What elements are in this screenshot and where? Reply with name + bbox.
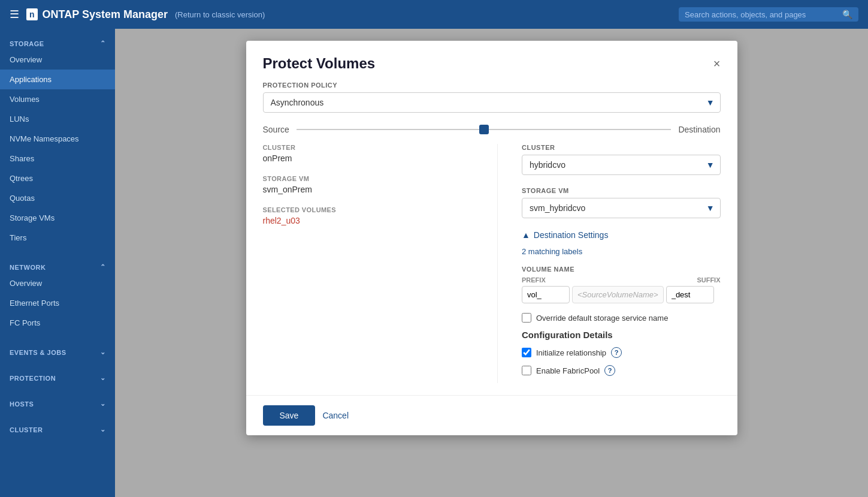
fabricpool-help-icon[interactable]: ? <box>604 365 615 376</box>
dest-cluster-select[interactable]: hybridcvoonPrem <box>522 155 721 175</box>
sidebar-item-applications[interactable]: Applications <box>0 70 115 89</box>
sidebar-header-hosts[interactable]: HOSTS ⌄ <box>0 394 115 410</box>
source-cluster-row: CLUSTER onPrem <box>263 144 462 163</box>
volume-name-section: VOLUME NAME PREFIX SUFFIX <SourceVolumeN… <box>522 266 721 303</box>
source-label: Source <box>263 125 289 134</box>
source-column: CLUSTER onPrem STORAGE VM svm_onPrem SEL… <box>263 144 498 383</box>
source-dest-line <box>297 129 672 130</box>
search-icon: 🔍 <box>842 10 852 19</box>
search-input[interactable] <box>685 10 837 19</box>
modal-header: Protect Volumes × <box>246 41 737 82</box>
sidebar-item-nvme[interactable]: NVMe Namespaces <box>0 129 115 149</box>
protect-volumes-modal: Protect Volumes × PROTECTION POLICY Asyn… <box>246 41 737 435</box>
source-volumes-label: SELECTED VOLUMES <box>263 206 462 213</box>
protection-policy-row: PROTECTION POLICY AsynchronousSynchronou… <box>263 82 721 113</box>
init-relationship-help-icon[interactable]: ? <box>611 347 622 358</box>
sidebar-section-network: NETWORK ⌃ Overview Ethernet Ports FC Por… <box>0 252 115 338</box>
dest-storage-vm-select[interactable]: svm_hybridcvosvm_onPrem <box>522 198 721 218</box>
protection-policy-select[interactable]: AsynchronousSynchronous <box>263 92 721 113</box>
volume-prefix-input[interactable] <box>522 286 570 303</box>
override-checkbox-row: Override default storage service name <box>522 313 721 323</box>
fabricpool-label: Enable FabricPool <box>536 366 600 375</box>
modal-body: PROTECTION POLICY AsynchronousSynchronou… <box>246 82 737 395</box>
logo: n ONTAP System Manager (Return to classi… <box>26 8 265 21</box>
sidebar-item-volumes[interactable]: Volumes <box>0 89 115 109</box>
suffix-label: SUFFIX <box>697 276 720 284</box>
sidebar-item-overview[interactable]: Overview <box>0 50 115 70</box>
sidebar: STORAGE ⌃ Overview Applications Volumes … <box>0 29 115 497</box>
sidebar-header-storage[interactable]: STORAGE ⌃ <box>0 34 115 50</box>
dest-cluster-label: CLUSTER <box>522 144 721 151</box>
protection-policy-label: PROTECTION POLICY <box>263 82 721 89</box>
override-checkbox-label: Override default storage service name <box>536 314 668 323</box>
init-relationship-label: Initialize relationship <box>536 348 606 357</box>
dest-cluster-select-wrapper: hybridcvoonPrem ▼ <box>522 155 721 175</box>
sidebar-header-protection[interactable]: PROTECTION ⌄ <box>0 368 115 384</box>
sidebar-item-quotas[interactable]: Quotas <box>0 188 115 208</box>
sidebar-section-protection: PROTECTION ⌄ <box>0 363 115 389</box>
modal-overlay: Protect Volumes × PROTECTION POLICY Asyn… <box>115 29 868 497</box>
dest-storage-vm-select-wrapper: svm_hybridcvosvm_onPrem ▼ <box>522 198 721 218</box>
protection-policy-select-wrapper: AsynchronousSynchronous ▼ <box>263 92 721 113</box>
volume-suffix-input[interactable] <box>666 286 714 303</box>
sidebar-section-storage: STORAGE ⌃ Overview Applications Volumes … <box>0 29 115 252</box>
matching-labels[interactable]: 2 matching labels <box>522 247 721 256</box>
volume-name-label: VOLUME NAME <box>522 266 721 273</box>
prefix-suffix-row: <SourceVolumeName> <box>522 286 721 303</box>
sidebar-section-hosts: HOSTS ⌄ <box>0 389 115 415</box>
sidebar-item-net-overview[interactable]: Overview <box>0 273 115 293</box>
enable-fabricpool-row: Enable FabricPool ? <box>522 365 721 376</box>
search-bar[interactable]: 🔍 <box>679 7 858 22</box>
override-checkbox[interactable] <box>522 313 531 323</box>
source-storage-vm-value: svm_onPrem <box>263 185 462 194</box>
sidebar-header-cluster[interactable]: CLUSTER ⌄ <box>0 420 115 436</box>
init-relationship-checkbox[interactable] <box>522 348 531 357</box>
dest-cluster-row: CLUSTER hybridcvoonPrem ▼ <box>522 144 721 175</box>
save-button[interactable]: Save <box>263 405 316 426</box>
source-storage-vm-row: STORAGE VM svm_onPrem <box>263 175 462 194</box>
source-dest-columns: CLUSTER onPrem STORAGE VM svm_onPrem SEL… <box>263 144 721 383</box>
source-volumes-value: rhel2_u03 <box>263 216 462 225</box>
top-navigation: ☰ n ONTAP System Manager (Return to clas… <box>0 0 868 29</box>
sidebar-item-tiers[interactable]: Tiers <box>0 228 115 248</box>
app-title: ONTAP System Manager <box>43 8 168 21</box>
source-storage-vm-label: STORAGE VM <box>263 175 462 182</box>
config-details-header: Configuration Details <box>522 330 721 340</box>
sidebar-item-storage-vms[interactable]: Storage VMs <box>0 208 115 228</box>
sidebar-item-ethernet-ports[interactable]: Ethernet Ports <box>0 293 115 313</box>
source-cluster-value: onPrem <box>263 153 462 163</box>
destination-settings-label: Destination Settings <box>534 230 609 240</box>
sidebar-item-qtrees[interactable]: Qtrees <box>0 168 115 188</box>
source-dest-bar: Source Destination <box>263 125 721 134</box>
destination-settings-header[interactable]: ▲ Destination Settings <box>522 230 721 240</box>
source-cluster-label: CLUSTER <box>263 144 462 151</box>
prefix-label: PREFIX <box>522 276 546 284</box>
sidebar-item-shares[interactable]: Shares <box>0 149 115 168</box>
destination-column: CLUSTER hybridcvoonPrem ▼ STORAGE VM <box>498 144 721 383</box>
source-dest-dot <box>479 125 489 134</box>
cancel-button[interactable]: Cancel <box>322 411 349 420</box>
collapse-icon: ▲ <box>522 230 530 240</box>
source-volume-placeholder: <SourceVolumeName> <box>572 286 664 303</box>
dest-storage-vm-row: STORAGE VM svm_hybridcvosvm_onPrem ▼ <box>522 187 721 218</box>
dest-storage-vm-label: STORAGE VM <box>522 187 721 194</box>
sidebar-item-fc-ports[interactable]: FC Ports <box>0 313 115 333</box>
main-content: Protect Volumes × PROTECTION POLICY Asyn… <box>115 29 868 497</box>
destination-label: Destination <box>678 125 720 134</box>
sidebar-header-network[interactable]: NETWORK ⌃ <box>0 257 115 273</box>
source-volumes-row: SELECTED VOLUMES rhel2_u03 <box>263 206 462 225</box>
sidebar-header-events[interactable]: EVENTS & JOBS ⌄ <box>0 342 115 359</box>
close-button[interactable]: × <box>713 57 721 71</box>
sidebar-section-events: EVENTS & JOBS ⌄ <box>0 338 115 363</box>
modal-footer: Save Cancel <box>246 395 737 435</box>
sidebar-section-cluster: CLUSTER ⌄ <box>0 415 115 441</box>
fabricpool-checkbox[interactable] <box>522 366 531 375</box>
init-relationship-row: Initialize relationship ? <box>522 347 721 358</box>
classic-link[interactable]: (Return to classic version) <box>175 10 265 19</box>
sidebar-item-luns[interactable]: LUNs <box>0 109 115 129</box>
menu-icon[interactable]: ☰ <box>10 8 19 21</box>
logo-box: n <box>26 8 38 20</box>
modal-title: Protect Volumes <box>263 55 376 72</box>
